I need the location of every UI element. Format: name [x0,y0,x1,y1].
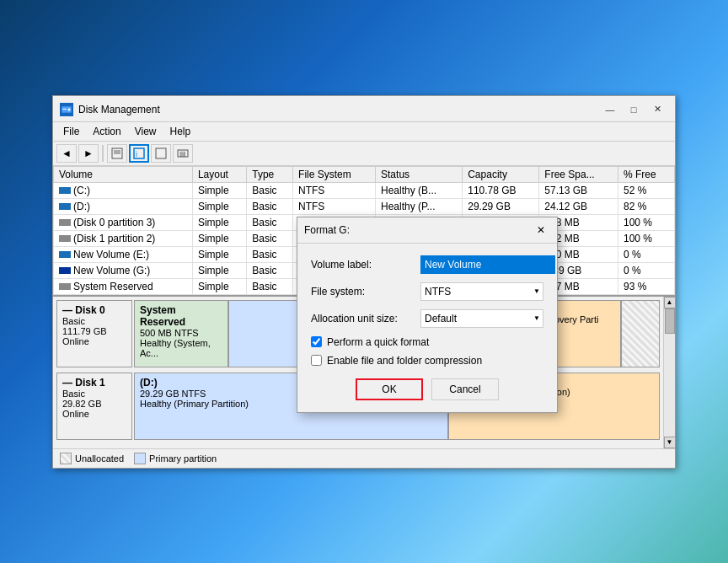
disk1-label: — Disk 1 Basic 29.82 GB Online [56,373,132,440]
title-controls: — □ ✕ [599,101,668,118]
toolbar-sep-1 [102,145,104,162]
cell-volume: (Disk 1 partition 2) [54,230,193,246]
toolbar-btn-6[interactable]: ▤ [173,144,193,163]
title-bar-left: Disk Management [60,103,160,116]
quick-format-label: Perform a quick format [327,336,429,348]
maximize-button[interactable]: □ [623,101,645,118]
volume-label-row: Volume label: [311,255,543,274]
cell-volume: System Reserved [54,278,193,294]
file-system-row: File system: NTFS FAT32 exFAT ▼ [311,282,543,301]
dialog-title: Format G: [304,224,350,236]
toolbar: ◄ ► i ▤ [53,142,675,166]
svg-rect-4 [114,150,120,154]
dialog-close-button[interactable]: ✕ [532,223,550,238]
svg-rect-2 [62,109,67,110]
cell-volume: (Disk 0 partition 3) [54,214,193,230]
disk0-label: — Disk 0 Basic 111.79 GB Online [56,300,132,367]
volume-label-text: Volume label: [311,259,420,271]
forward-button[interactable]: ► [78,144,99,163]
dialog-buttons: OK Cancel [311,378,543,400]
cell-volume: New Volume (G:) [54,262,193,278]
svg-point-1 [68,108,71,110]
menu-bar: File Action View Help [53,122,675,142]
dialog-overlay: Format G: ✕ Volume label: File system: N… [179,191,675,468]
svg-text:▤: ▤ [179,150,186,158]
toolbar-btn-4[interactable]: i [129,144,149,163]
allocation-select-wrapper: Default 512 1024 2048 4096 ▼ [420,309,543,328]
col-filesystem[interactable]: File System [293,166,376,182]
toolbar-btn-3[interactable] [107,144,127,163]
volume-label-input[interactable] [420,255,555,274]
col-type[interactable]: Type [247,166,293,182]
format-dialog: Format G: ✕ Volume label: File system: N… [297,217,558,413]
col-volume[interactable]: Volume [54,166,193,182]
col-capacity[interactable]: Capacity [463,166,539,182]
close-button[interactable]: ✕ [646,101,668,118]
minimize-button[interactable]: — [599,101,621,118]
back-button[interactable]: ◄ [56,144,77,163]
title-bar: Disk Management — □ ✕ [53,96,675,122]
legend-unallocated: Unallocated [60,453,124,464]
quick-format-row: Perform a quick format [311,336,543,348]
cell-volume: (C:) [54,182,193,198]
svg-text:i: i [136,150,137,158]
allocation-label-text: Allocation unit size: [311,313,420,324]
cancel-button[interactable]: Cancel [431,378,499,400]
allocation-select[interactable]: Default 512 1024 2048 4096 [420,309,543,328]
compression-checkbox[interactable] [311,355,322,366]
menu-action[interactable]: Action [86,124,127,139]
allocation-row: Allocation unit size: Default 512 1024 2… [311,309,543,328]
legend-unallocated-box [60,453,72,464]
file-system-select-wrapper: NTFS FAT32 exFAT ▼ [420,282,543,301]
legend-primary-box [134,453,146,464]
col-layout[interactable]: Layout [192,166,246,182]
dialog-title-bar: Format G: ✕ [297,217,557,244]
app-icon [60,103,73,116]
main-window: Disk Management — □ ✕ File Action View H… [52,95,676,469]
cell-volume: New Volume (E:) [54,246,193,262]
menu-file[interactable]: File [56,124,86,139]
compression-label: Enable file and folder compression [327,355,482,367]
dialog-body: Volume label: File system: NTFS FAT32 ex… [297,244,557,412]
col-pct[interactable]: % Free [618,166,675,182]
file-system-label-text: File system: [311,286,420,298]
svg-rect-7 [156,148,166,158]
menu-help[interactable]: Help [163,124,198,139]
compression-row: Enable file and folder compression [311,355,543,367]
toolbar-btn-5[interactable] [151,144,171,163]
cell-volume: (D:) [54,198,193,214]
quick-format-checkbox[interactable] [311,336,322,347]
content-area: Volume Layout Type File System Status Ca… [53,166,675,468]
window-title: Disk Management [78,104,160,115]
col-status[interactable]: Status [376,166,463,182]
col-freespace[interactable]: Free Spa... [539,166,618,182]
legend-unallocated-label: Unallocated [75,453,124,464]
menu-view[interactable]: View [128,124,163,139]
ok-button[interactable]: OK [356,378,423,400]
file-system-select[interactable]: NTFS FAT32 exFAT [420,282,543,301]
